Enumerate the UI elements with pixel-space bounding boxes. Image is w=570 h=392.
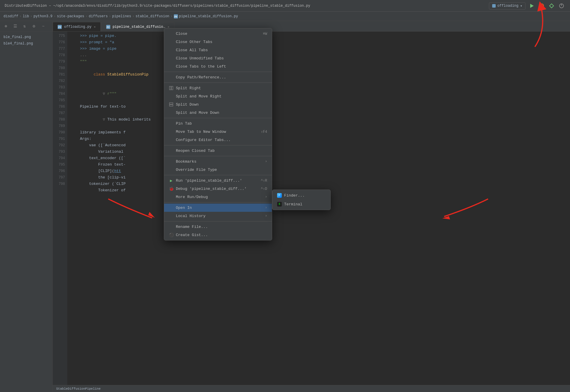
submenu-open-in: F Finder... $ Terminal [272,190,331,210]
tab-offloading-close[interactable]: ✕ [94,25,96,29]
separator-1 [164,72,272,72]
separator-5 [164,156,272,156]
finder-icon: F [277,193,282,198]
svg-marker-0 [530,4,534,8]
title-bar: DistributedDiffusion – ~/opt/anaconda3/e… [0,0,570,12]
sort-button[interactable]: ⇅ [21,23,28,30]
breadcrumb-pipelines[interactable]: pipelines [112,14,131,18]
run-button[interactable] [528,2,535,10]
menu-item-copy-path[interactable]: Copy Path/Reference... [164,73,272,81]
close-menu-icon [169,31,174,36]
navigate-back-button[interactable]: ⊕ [2,23,9,30]
breadcrumb-disdiff[interactable]: disdiff [4,14,18,18]
menu-item-configure-tabs[interactable]: Configure Editor Tabs... [164,136,272,144]
breadcrumb-sitepackages[interactable]: site-packages [57,14,84,18]
tab-offloading-icon: py [58,25,62,29]
tab-offloading-label: offloading.py [64,25,92,29]
split-down-icon [169,102,174,107]
debug-menu-icon: 🐞 [169,186,174,191]
tab-offloading[interactable]: py offloading.py ✕ [53,22,101,31]
separator-6 [164,175,272,175]
menu-item-close-other[interactable]: Close Other Tabs [164,38,272,46]
menu-item-split-right[interactable]: Split Right [164,84,272,92]
menu-item-split-move-down[interactable]: Split and Move Down [164,109,272,117]
run-config-label: offloading [497,4,519,8]
menu-item-bookmarks[interactable]: Bookmarks › [164,157,272,166]
github-icon: ⚫ [169,233,174,237]
line-numbers: 775 776 777 778 779 780 781 782 783 784 … [53,32,67,392]
code-container: 775 776 777 778 779 780 781 782 783 784 … [53,32,570,392]
tab-pipeline[interactable]: py pipeline_stable_diffusio… ✕ [101,22,174,31]
sidebar-file-ble4[interactable]: ble4_final.png [0,40,52,47]
separator-2 [164,82,272,83]
status-class-name: StableDiffusionPipeline [56,387,101,391]
separator-7 [164,202,272,202]
breadcrumb-bar: disdiff › lib › python3.9 › site-package… [0,12,570,21]
menu-item-override-filetype[interactable]: Override File Type [164,166,272,174]
menu-item-reopen-closed[interactable]: Reopen Closed Tab [164,147,272,155]
tab-pipeline-icon: py [106,25,110,29]
menu-item-split-down[interactable]: Split Down [164,100,272,109]
left-toolbar: ⊕ ☰ ⇅ ⚙ − [0,21,53,32]
separator-3 [164,118,272,118]
submenu-item-finder[interactable]: F Finder... [272,191,330,200]
sidebar: ble_final.png ble4_final.png [0,32,53,392]
sidebar-file-ble[interactable]: ble_final.png [0,34,52,40]
breadcrumb-diffusers[interactable]: diffusers [89,14,108,18]
main-layout: ble_final.png ble4_final.png 775 776 777… [0,32,570,392]
settings-button[interactable]: ⚙ [30,23,37,30]
terminal-icon: $ [277,202,282,207]
code-content: >>> pipe = pipe. >>> prompt = "a >>> ima… [67,32,570,392]
menu-item-close[interactable]: Close ⌘W [164,30,272,38]
collapse-button[interactable]: ☰ [12,23,19,30]
svg-rect-5 [171,86,173,90]
status-bar: StableDiffusionPipeline [53,385,570,392]
menu-item-local-history[interactable]: Local History › [164,212,272,220]
breadcrumb-lib[interactable]: lib [23,14,29,18]
separator-4 [164,145,272,145]
editor-area[interactable]: 775 776 777 778 779 780 781 782 783 784 … [53,32,570,392]
top-toolbar: offloading ▾ [489,0,570,12]
menu-item-more-run-debug[interactable]: More Run/Debug › [164,193,272,201]
svg-rect-4 [169,86,171,90]
coverage-button[interactable] [548,2,555,10]
menu-item-pin-tab[interactable]: Pin Tab [164,119,272,128]
python-run-icon [492,4,496,8]
menu-item-split-move-right[interactable]: Split and Move Right [164,92,272,100]
menu-item-rename[interactable]: Rename File... [164,223,272,231]
menu-item-close-unmodified[interactable]: Close Unmodified Tabs [164,54,272,62]
menu-item-move-window[interactable]: Move Tab to New Window ⇧F4 [164,128,272,136]
menu-item-open-in[interactable]: Open In › [164,204,272,212]
svg-point-2 [541,5,542,7]
profile-button[interactable] [558,2,565,10]
run-config-dropdown-arrow: ▾ [520,4,522,8]
python-file-icon: py [174,14,178,18]
submenu-item-terminal[interactable]: $ Terminal [272,200,330,209]
breadcrumb-file[interactable]: py pipeline_stable_diffusion.py [174,14,238,18]
context-menu: Close ⌘W Close Other Tabs Close All Tabs… [164,28,272,240]
svg-rect-7 [169,105,173,106]
svg-rect-6 [169,103,173,104]
split-right-icon [169,86,174,90]
tab-pipeline-label: pipeline_stable_diffusio… [113,25,165,29]
menu-item-close-all[interactable]: Close All Tabs [164,46,272,54]
breadcrumb-python39[interactable]: python3.9 [33,14,52,18]
tab-bar: py offloading.py ✕ py pipeline_stable_di… [53,21,570,32]
minimize-button[interactable]: − [40,23,47,30]
menu-item-run[interactable]: ▶ Run 'pipeline_stable_diff...' ^⇧R [164,176,272,185]
debug-button[interactable] [538,2,545,10]
menu-item-close-left[interactable]: Close Tabs to the Left [164,62,272,71]
run-menu-icon: ▶ [169,178,174,183]
window-title: DistributedDiffusion – ~/opt/anaconda3/e… [5,4,310,8]
separator-8 [164,221,272,221]
run-config-button[interactable]: offloading ▾ [489,2,526,10]
breadcrumb-stable-diffusion[interactable]: stable_diffusion [135,14,169,18]
menu-item-debug[interactable]: 🐞 Debug 'pipeline_stable_diff...' ^⇧D [164,185,272,193]
menu-item-create-gist[interactable]: ⚫ Create Gist... [164,231,272,239]
